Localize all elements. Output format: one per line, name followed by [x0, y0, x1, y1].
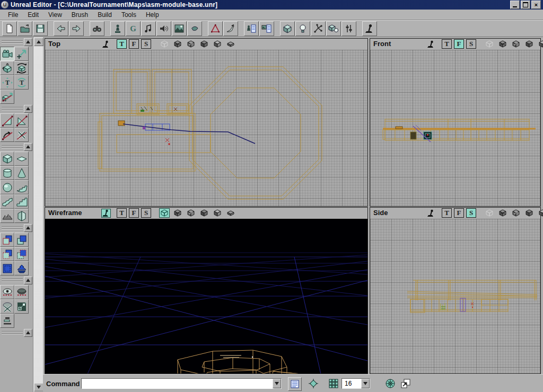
camera-mode-icon[interactable]: [101, 40, 111, 49]
camera-mode-icon[interactable]: [426, 209, 436, 218]
menu-file[interactable]: File: [3, 10, 23, 20]
add-mover-brush-button[interactable]: [14, 261, 29, 275]
menu-build[interactable]: Build: [93, 10, 117, 20]
perspective-mode-s-button[interactable]: S: [141, 208, 151, 218]
title-bar[interactable]: U Unreal Editor - [C:\UnrealTournament\M…: [0, 0, 543, 10]
sphere-brush-button[interactable]: [0, 180, 14, 194]
collapse-visibility-button[interactable]: [24, 277, 32, 284]
camera-movement-button[interactable]: [0, 47, 14, 61]
cone-brush-button[interactable]: [14, 166, 29, 180]
split-clip-button[interactable]: [14, 113, 29, 128]
spiral-stair-brush-button[interactable]: [0, 194, 14, 209]
perspective-mode-t-button[interactable]: T: [117, 208, 127, 218]
brush-clipping-button[interactable]: [0, 90, 14, 104]
zone-portal-mode-icon[interactable]: [172, 39, 183, 49]
collapse-csg-button[interactable]: [24, 224, 32, 232]
csg-deintersect-button[interactable]: [14, 247, 29, 261]
sound-browser-button[interactable]: [156, 21, 171, 36]
bsp-cuts-mode-icon[interactable]: [511, 208, 521, 218]
camera-mode-icon[interactable]: [426, 40, 436, 49]
restore-button[interactable]: [521, 1, 530, 9]
actor-snap-button[interactable]: [307, 377, 320, 390]
textured-mode-icon[interactable]: [524, 39, 535, 49]
hide-selected-actors-button[interactable]: [14, 285, 29, 299]
side-mode-f-button[interactable]: F: [454, 208, 464, 218]
mesh-viewer-button[interactable]: [208, 21, 223, 36]
maximize-viewport-button[interactable]: [399, 377, 412, 390]
shape-editor-button[interactable]: [223, 21, 238, 36]
build-geometry-button[interactable]: [280, 21, 295, 36]
actor-properties-button[interactable]: [244, 21, 259, 36]
wireframe-mode-icon[interactable]: [159, 208, 170, 218]
camera-mode-icon[interactable]: [101, 209, 111, 218]
vertex-editing-button[interactable]: [14, 47, 29, 61]
play-map-button[interactable]: [362, 21, 377, 36]
textured-mode-icon[interactable]: [199, 208, 209, 218]
top-mode-f-button[interactable]: F: [129, 39, 139, 49]
volumetric-brush-button[interactable]: [14, 209, 29, 223]
viewport-perspective-canvas[interactable]: [45, 219, 367, 373]
minimize-button[interactable]: [510, 1, 520, 9]
open-file-button[interactable]: [17, 21, 32, 36]
front-mode-s-button[interactable]: S: [466, 39, 476, 49]
grid-snap-button[interactable]: [327, 377, 340, 390]
collapse-modes-button[interactable]: [24, 38, 32, 46]
zone-portal-mode-icon[interactable]: [172, 208, 183, 218]
dynamic-light-mode-icon[interactable]: [212, 208, 223, 218]
music-browser-button[interactable]: [141, 21, 156, 36]
top-mode-s-button[interactable]: S: [141, 39, 151, 49]
surface-properties-button[interactable]: [259, 21, 274, 36]
linear-stair-brush-button[interactable]: [14, 194, 29, 209]
curved-stair-brush-button[interactable]: [14, 180, 29, 194]
menu-tools[interactable]: Tools: [117, 10, 141, 20]
zone-portal-mode-icon[interactable]: [497, 39, 508, 49]
find-actor-button[interactable]: [90, 21, 104, 36]
collapse-primitives-button[interactable]: [24, 143, 32, 151]
bsp-cuts-mode-icon[interactable]: [186, 208, 196, 218]
grid-size-combobox[interactable]: 16: [341, 378, 370, 389]
mesh-browser-button[interactable]: [187, 21, 202, 36]
clip-marker-button[interactable]: [0, 113, 14, 128]
top-mode-t-button[interactable]: T: [117, 39, 127, 49]
menu-brush[interactable]: Brush: [67, 10, 93, 20]
delete-clip-button[interactable]: [14, 128, 29, 142]
textured-mode-icon[interactable]: [199, 39, 209, 49]
undo-button[interactable]: [54, 21, 68, 36]
grid-size-dropdown-button[interactable]: [361, 379, 370, 388]
palette-scroll-down-button[interactable]: [34, 383, 43, 391]
log-window-button[interactable]: [288, 377, 302, 391]
show-all-actors-button[interactable]: [0, 299, 14, 314]
front-mode-f-button[interactable]: F: [454, 39, 464, 49]
invert-selection-button[interactable]: [14, 299, 29, 314]
wireframe-mode-icon[interactable]: [484, 39, 495, 49]
show-selected-actors-button[interactable]: [0, 285, 14, 299]
build-paths-button[interactable]: [311, 21, 326, 36]
build-changed-button[interactable]: [326, 21, 341, 36]
terrain-brush-button[interactable]: [0, 209, 14, 223]
side-mode-s-button[interactable]: S: [466, 208, 476, 218]
side-mode-t-button[interactable]: T: [442, 208, 452, 218]
dynamic-light-mode-icon[interactable]: [537, 208, 543, 218]
perspective-mode-f-button[interactable]: F: [129, 208, 139, 218]
new-file-button[interactable]: [2, 21, 17, 36]
command-input[interactable]: [82, 379, 274, 389]
csg-add-button[interactable]: [0, 233, 14, 247]
palette-scrollbar[interactable]: [33, 37, 43, 392]
save-button[interactable]: [33, 21, 48, 36]
flip-clip-button[interactable]: [0, 128, 14, 142]
csg-intersect-button[interactable]: [0, 247, 14, 261]
menu-help[interactable]: Help: [141, 10, 164, 20]
csg-subtract-button[interactable]: [14, 233, 29, 247]
flat-shaded-mode-icon[interactable]: [225, 39, 236, 49]
texture-rotate-button[interactable]: T: [14, 75, 29, 90]
redo-button[interactable]: [69, 21, 84, 36]
front-mode-t-button[interactable]: T: [442, 39, 452, 49]
actor-class-browser-button[interactable]: [110, 21, 125, 36]
zone-portal-mode-icon[interactable]: [497, 208, 508, 218]
wireframe-mode-icon[interactable]: [484, 208, 495, 218]
collapse-bottom-button[interactable]: [24, 329, 32, 337]
sheet-brush-button[interactable]: [14, 152, 29, 166]
collapse-clipping-button[interactable]: [24, 105, 32, 113]
palette-scroll-up-button[interactable]: [34, 38, 43, 46]
viewport-front-canvas[interactable]: [370, 50, 540, 206]
